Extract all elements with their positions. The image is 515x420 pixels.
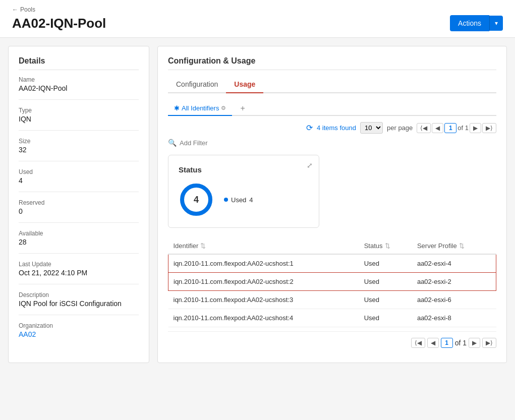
detail-row: Reserved0 [19, 199, 139, 223]
refresh-icon[interactable]: ⟳ [306, 123, 313, 133]
status-cell: Used [359, 273, 412, 291]
detail-row: NameAA02-IQN-Pool [19, 76, 139, 100]
detail-label: Used [19, 168, 139, 175]
expand-icon[interactable]: ⤢ [307, 161, 313, 169]
page-title: AA02-IQN-Pool [12, 16, 106, 31]
pagination-bottom: ⟨◀ ◀ 1 of 1 ▶ ▶⟩ [168, 331, 496, 348]
detail-value: IQN [19, 115, 139, 123]
detail-label: Last Update [19, 261, 139, 268]
sort-icon[interactable]: ⇅ [200, 242, 206, 250]
actions-dropdown-button[interactable]: ▾ [489, 16, 503, 31]
identifiers-table: Identifier⇅Status⇅Server Profile⇅ iqn.20… [168, 238, 496, 327]
filter-placeholder: Add Filter [180, 139, 208, 147]
per-page-select[interactable]: 10 25 50 [360, 122, 383, 134]
used-dot [224, 198, 228, 202]
server-profile-cell[interactable]: aa02-esxi-4 [412, 254, 496, 273]
server-profile-cell[interactable]: aa02-esxi-6 [412, 291, 496, 309]
server-profile-cell[interactable]: aa02-esxi-8 [412, 309, 496, 327]
detail-label: Size [19, 138, 139, 145]
bottom-page-first-button[interactable]: ⟨◀ [411, 338, 425, 348]
status-card-title: Status [179, 165, 253, 174]
detail-row: Last UpdateOct 21, 2022 4:10 PM [19, 261, 139, 284]
detail-row: Used4 [19, 168, 139, 192]
legend-used-label: Used [231, 196, 246, 204]
detail-label: Name [19, 76, 139, 83]
filter-icon: 🔍 [168, 139, 177, 147]
page-total: of 1 [457, 124, 469, 132]
sort-icon[interactable]: ⇅ [385, 242, 390, 250]
panel-title: Configuration & Usage [168, 56, 496, 70]
per-page-label: per page [387, 124, 413, 132]
status-cell: Used [359, 291, 412, 309]
sub-tab-label: All Identifiers [182, 104, 219, 112]
table-row[interactable]: iqn.2010-11.com.flexpod:AA02-ucshost:3Us… [168, 291, 496, 309]
bottom-page-current[interactable]: 1 [441, 338, 453, 348]
detail-label: Description [19, 291, 139, 298]
identifier-cell: iqn.2010-11.com.flexpod:AA02-ucshost:1 [168, 254, 359, 273]
actions-button[interactable]: Actions [450, 15, 489, 31]
detail-value: 28 [19, 238, 139, 246]
col-header-status: Status⇅ [359, 238, 412, 254]
table-row[interactable]: iqn.2010-11.com.flexpod:AA02-ucshost:4Us… [168, 309, 496, 327]
detail-row: DescriptionIQN Pool for iSCSI Configurat… [19, 291, 139, 315]
breadcrumb-link[interactable]: Pools [12, 6, 503, 13]
table-controls: ⟳ 4 items found 10 25 50 per page ⟨◀ ◀ 1… [168, 122, 496, 134]
asterisk-icon: ✱ [174, 104, 180, 112]
detail-row: Size32 [19, 138, 139, 161]
page-next-button[interactable]: ▶ [470, 123, 481, 133]
donut-value: 4 [194, 195, 199, 205]
col-header-serverProfile: Server Profile⇅ [412, 238, 496, 254]
add-tab-button[interactable]: + [236, 102, 249, 115]
detail-row: OrganizationAA02 [19, 322, 139, 345]
items-count: 4 items found [317, 124, 356, 132]
detail-label: Organization [19, 322, 139, 329]
detail-label: Available [19, 230, 139, 237]
status-cell: Used [359, 309, 412, 327]
main-panel: Configuration & Usage ConfigurationUsage… [157, 46, 507, 363]
col-header-identifier: Identifier⇅ [168, 238, 359, 254]
detail-label: Type [19, 107, 139, 114]
tab-usage[interactable]: Usage [226, 76, 263, 93]
bottom-page-next-button[interactable]: ▶ [469, 338, 480, 348]
table-row[interactable]: iqn.2010-11.com.flexpod:AA02-ucshost:1Us… [168, 254, 496, 273]
page-current[interactable]: 1 [444, 123, 456, 133]
detail-value: 4 [19, 176, 139, 185]
details-sidebar: Details NameAA02-IQN-PoolTypeIQNSize32Us… [8, 46, 149, 363]
filter-bar[interactable]: 🔍 Add Filter [168, 139, 496, 147]
table-row[interactable]: iqn.2010-11.com.flexpod:AA02-ucshost:2Us… [168, 273, 496, 291]
identifier-cell: iqn.2010-11.com.flexpod:AA02-ucshost:2 [168, 273, 359, 291]
detail-value[interactable]: AA02 [19, 330, 139, 338]
status-card: Status 4 Used [168, 155, 319, 228]
bottom-page-last-button[interactable]: ▶⟩ [482, 338, 496, 348]
detail-row: Available28 [19, 230, 139, 254]
page-prev-button[interactable]: ◀ [432, 123, 443, 133]
status-legend: Used 4 [224, 196, 253, 204]
page-first-button[interactable]: ⟨◀ [417, 123, 431, 133]
page-last-button[interactable]: ▶⟩ [482, 123, 496, 133]
tab-configuration[interactable]: Configuration [168, 76, 226, 93]
bottom-page-total: of 1 [455, 339, 467, 347]
identifier-cell: iqn.2010-11.com.flexpod:AA02-ucshost:3 [168, 291, 359, 309]
detail-value: 32 [19, 146, 139, 154]
sub-tab-all-identifiers[interactable]: ✱ All Identifiers ⚙ [168, 101, 232, 116]
donut-chart: 4 [179, 182, 214, 217]
actions-group: Actions ▾ [450, 15, 503, 31]
sub-tabs-bar: ✱ All Identifiers ⚙ + [168, 101, 496, 116]
detail-row: TypeIQN [19, 107, 139, 131]
status-cell: Used [359, 254, 412, 273]
detail-value: IQN Pool for iSCSI Configuration [19, 299, 139, 308]
detail-value: 0 [19, 207, 139, 215]
legend-used: Used 4 [224, 196, 253, 204]
detail-value: AA02-IQN-Pool [19, 84, 139, 92]
pagination-top: ⟨◀ ◀ 1 of 1 ▶ ▶⟩ [417, 123, 496, 133]
detail-label: Reserved [19, 199, 139, 206]
detail-value: Oct 21, 2022 4:10 PM [19, 269, 139, 277]
settings-icon[interactable]: ⚙ [221, 105, 226, 111]
legend-used-value: 4 [249, 196, 253, 204]
bottom-page-prev-button[interactable]: ◀ [427, 338, 439, 348]
identifier-cell: iqn.2010-11.com.flexpod:AA02-ucshost:4 [168, 309, 359, 327]
sort-icon[interactable]: ⇅ [459, 242, 465, 250]
server-profile-cell[interactable]: aa02-esxi-2 [412, 273, 496, 291]
tabs-bar: ConfigurationUsage [168, 76, 496, 93]
sidebar-title: Details [19, 56, 139, 70]
